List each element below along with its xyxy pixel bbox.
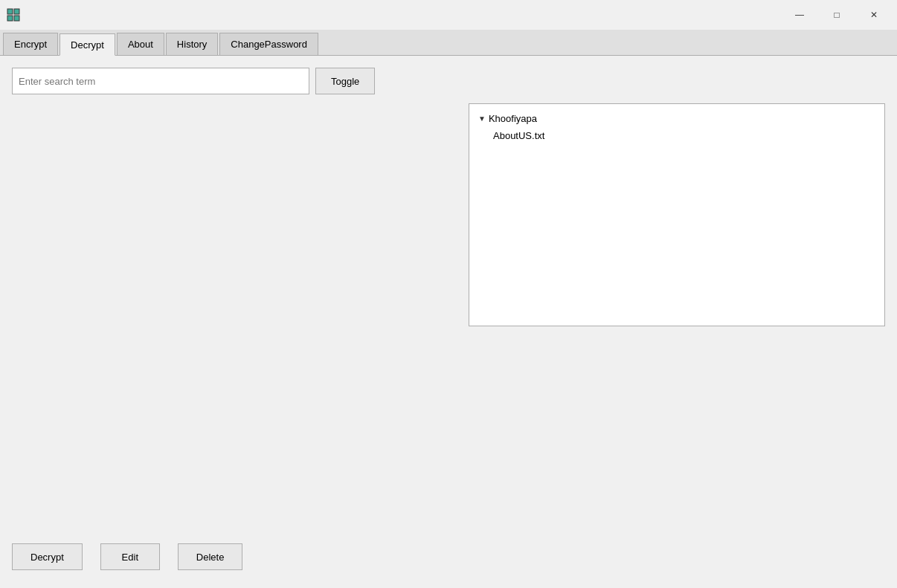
tab-history[interactable]: History	[166, 33, 218, 55]
folder-name: Khoofiyapa	[489, 113, 537, 124]
tab-encrypt[interactable]: Encrypt	[3, 33, 58, 55]
tab-decrypt-label: Decrypt	[71, 39, 104, 51]
app-icon	[6, 7, 21, 22]
file-name: AboutUS.txt	[493, 130, 544, 141]
minimize-button[interactable]: —	[782, 3, 817, 27]
main-content: ▼ Khoofiyapa AboutUS.txt	[12, 103, 885, 529]
tab-bar: Encrypt Decrypt About History ChangePass…	[0, 30, 897, 56]
svg-rect-3	[14, 16, 19, 21]
action-buttons: Decrypt Edit Delete	[12, 537, 885, 576]
main-window: — □ ✕ Encrypt Decrypt About History Chan…	[0, 0, 897, 588]
svg-rect-0	[7, 9, 13, 14]
tab-changepassword[interactable]: ChangePassword	[219, 33, 318, 55]
tab-changepassword-label: ChangePassword	[231, 39, 307, 50]
toggle-button[interactable]: Toggle	[315, 68, 375, 94]
delete-button[interactable]: Delete	[178, 543, 243, 570]
edit-button[interactable]: Edit	[100, 543, 160, 570]
tab-encrypt-label: Encrypt	[14, 39, 47, 50]
content-area: Toggle ▼ Khoofiyapa AboutUS.txt Decrypt …	[0, 56, 897, 588]
tree-file-aboutus[interactable]: AboutUS.txt	[475, 127, 878, 144]
file-tree-panel: ▼ Khoofiyapa AboutUS.txt	[469, 103, 885, 326]
left-panel	[12, 103, 457, 529]
close-button[interactable]: ✕	[857, 3, 891, 27]
folder-expand-icon: ▼	[478, 114, 486, 123]
title-bar: — □ ✕	[0, 0, 897, 30]
tab-about[interactable]: About	[117, 33, 164, 55]
maximize-button[interactable]: □	[820, 3, 854, 27]
tab-history-label: History	[177, 39, 207, 50]
tab-decrypt[interactable]: Decrypt	[60, 33, 115, 56]
tab-about-label: About	[128, 39, 153, 50]
decrypt-button[interactable]: Decrypt	[12, 543, 83, 570]
svg-rect-2	[7, 16, 13, 21]
window-controls: — □ ✕	[782, 3, 891, 27]
search-input[interactable]	[12, 68, 309, 94]
svg-rect-1	[14, 9, 19, 14]
tree-folder-khoofiyapa[interactable]: ▼ Khoofiyapa	[475, 110, 878, 127]
search-row: Toggle	[12, 68, 885, 94]
